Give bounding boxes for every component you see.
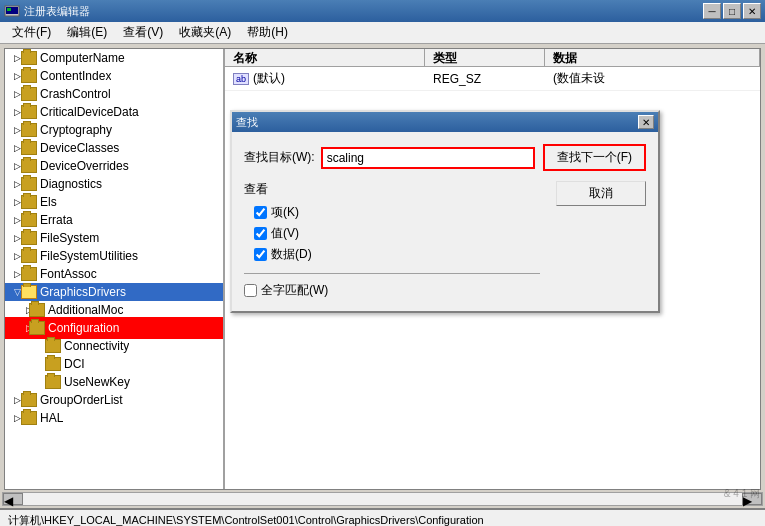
- menu-item-v[interactable]: 查看(V): [115, 22, 171, 43]
- checkbox-label-2: 数据(D): [271, 246, 312, 263]
- menu-item-a[interactable]: 收藏夹(A): [171, 22, 239, 43]
- tree-label-contentIndex: ContentIndex: [40, 69, 111, 83]
- checkbox-2[interactable]: [254, 248, 267, 261]
- search-row: 查找目标(W): 查找下一个(F): [244, 144, 646, 171]
- tree-item-errata[interactable]: ▷Errata: [5, 211, 223, 229]
- scroll-left-btn[interactable]: ◀: [3, 493, 23, 505]
- expand-icon-hal[interactable]: ▷: [5, 410, 21, 426]
- data-header: 名称 类型 数据: [225, 49, 760, 67]
- close-button[interactable]: ✕: [743, 3, 761, 19]
- folder-icon-groupOrderList: [21, 393, 37, 407]
- tree-label-groupOrderList: GroupOrderList: [40, 393, 123, 407]
- expand-icon-configuration[interactable]: ▷: [5, 320, 29, 336]
- data-cell-name-0: ab(默认): [225, 69, 425, 88]
- menu-item-f[interactable]: 文件(F): [4, 22, 59, 43]
- folder-icon-connectivity: [45, 339, 61, 353]
- checkbox-label-1: 值(V): [271, 225, 299, 242]
- horizontal-scrollbar[interactable]: ◀ ▶: [2, 492, 763, 506]
- cancel-btn-area: 取消: [548, 181, 646, 206]
- tree-item-dci[interactable]: DCI: [5, 355, 223, 373]
- tree-item-els[interactable]: ▷Els: [5, 193, 223, 211]
- col-header-data: 数据: [545, 49, 760, 66]
- tree-label-cryptography: Cryptography: [40, 123, 112, 137]
- folder-icon-additionalMoc: [29, 303, 45, 317]
- tree-item-crashControl[interactable]: ▷CrashControl: [5, 85, 223, 103]
- tree-item-fontAssoc[interactable]: ▷FontAssoc: [5, 265, 223, 283]
- find-dialog[interactable]: 查找 ✕ 查找目标(W): 查找下一个(F) 查看 项(K)值(V)数据(D) …: [230, 110, 660, 313]
- expand-icon-computerName[interactable]: ▷: [5, 50, 21, 66]
- data-rows: ab(默认)REG_SZ(数值未设: [225, 67, 760, 91]
- tree-item-fileSystemUtilities[interactable]: ▷FileSystemUtilities: [5, 247, 223, 265]
- tree-item-cryptography[interactable]: ▷Cryptography: [5, 121, 223, 139]
- expand-icon-groupOrderList[interactable]: ▷: [5, 392, 21, 408]
- expand-icon-criticalDeviceData[interactable]: ▷: [5, 104, 21, 120]
- expand-icon-deviceClasses[interactable]: ▷: [5, 140, 21, 156]
- tree-label-connectivity: Connectivity: [64, 339, 129, 353]
- svg-rect-2: [7, 8, 11, 11]
- tree-item-fileSystem[interactable]: ▷FileSystem: [5, 229, 223, 247]
- tree-item-graphicsDrivers[interactable]: ▽GraphicsDrivers: [5, 283, 223, 301]
- expand-icon-cryptography[interactable]: ▷: [5, 122, 21, 138]
- menu-item-e[interactable]: 编辑(E): [59, 22, 115, 43]
- folder-icon-cryptography: [21, 123, 37, 137]
- folder-icon-deviceOverrides: [21, 159, 37, 173]
- cancel-button[interactable]: 取消: [556, 181, 646, 206]
- folder-icon-els: [21, 195, 37, 209]
- tree-item-deviceClasses[interactable]: ▷DeviceClasses: [5, 139, 223, 157]
- tree-item-criticalDeviceData[interactable]: ▷CriticalDeviceData: [5, 103, 223, 121]
- checkbox-1[interactable]: [254, 227, 267, 240]
- minimize-button[interactable]: ─: [703, 3, 721, 19]
- expand-icon-fileSystem[interactable]: ▷: [5, 230, 21, 246]
- tree-scroll-area[interactable]: ▷ComputerName▷ContentIndex▷CrashControl▷…: [5, 49, 223, 489]
- expand-icon-graphicsDrivers[interactable]: ▽: [5, 284, 21, 300]
- tree-label-dci: DCI: [64, 357, 85, 371]
- full-match-checkbox[interactable]: [244, 284, 257, 297]
- expand-icon-diagnostics[interactable]: ▷: [5, 176, 21, 192]
- tree-label-additionalMoc: AdditionalMoc: [48, 303, 123, 317]
- expand-icon-deviceOverrides[interactable]: ▷: [5, 158, 21, 174]
- expand-icon-fontAssoc[interactable]: ▷: [5, 266, 21, 282]
- maximize-button[interactable]: □: [723, 3, 741, 19]
- full-match-label: 全字匹配(W): [261, 282, 328, 299]
- col-header-name: 名称: [225, 49, 425, 66]
- folder-icon-hal: [21, 411, 37, 425]
- tree-label-configuration: Configuration: [48, 321, 119, 335]
- data-row-0[interactable]: ab(默认)REG_SZ(数值未设: [225, 67, 760, 91]
- registry-tree: ▷ComputerName▷ContentIndex▷CrashControl▷…: [5, 49, 225, 489]
- checkbox-row-2: 数据(D): [254, 246, 540, 263]
- expand-icon-additionalMoc[interactable]: ▷: [5, 302, 29, 318]
- tree-item-additionalMoc[interactable]: ▷AdditionalMoc: [5, 301, 223, 319]
- search-label: 查找目标(W):: [244, 149, 315, 166]
- tree-item-configuration[interactable]: ▷Configuration: [5, 319, 223, 337]
- tree-item-deviceOverrides[interactable]: ▷DeviceOverrides: [5, 157, 223, 175]
- find-next-button[interactable]: 查找下一个(F): [543, 144, 646, 171]
- look-in-label: 查看: [244, 181, 540, 198]
- tree-item-useNewKey[interactable]: UseNewKey: [5, 373, 223, 391]
- dialog-title-bar: 查找 ✕: [232, 112, 658, 132]
- tree-item-diagnostics[interactable]: ▷Diagnostics: [5, 175, 223, 193]
- tree-item-groupOrderList[interactable]: ▷GroupOrderList: [5, 391, 223, 409]
- tree-item-computerName[interactable]: ▷ComputerName: [5, 49, 223, 67]
- tree-item-contentIndex[interactable]: ▷ContentIndex: [5, 67, 223, 85]
- checkbox-0[interactable]: [254, 206, 267, 219]
- tree-item-connectivity[interactable]: Connectivity: [5, 337, 223, 355]
- expand-icon-crashControl[interactable]: ▷: [5, 86, 21, 102]
- search-input[interactable]: [321, 147, 535, 169]
- expand-icon-errata[interactable]: ▷: [5, 212, 21, 228]
- folder-icon-fileSystemUtilities: [21, 249, 37, 263]
- folder-icon-dci: [45, 357, 61, 371]
- expand-icon-useNewKey[interactable]: [5, 374, 45, 390]
- expand-icon-dci[interactable]: [5, 356, 45, 372]
- expand-icon-connectivity[interactable]: [5, 338, 45, 354]
- expand-icon-fileSystemUtilities[interactable]: ▷: [5, 248, 21, 264]
- tree-label-deviceOverrides: DeviceOverrides: [40, 159, 129, 173]
- dialog-close-button[interactable]: ✕: [638, 115, 654, 129]
- scroll-track: [23, 493, 742, 505]
- expand-icon-els[interactable]: ▷: [5, 194, 21, 210]
- status-bar: 计算机\HKEY_LOCAL_MACHINE\SYSTEM\ControlSet…: [0, 508, 765, 526]
- folder-icon-useNewKey: [45, 375, 61, 389]
- tree-item-hal[interactable]: ▷HAL: [5, 409, 223, 427]
- menu-item-h[interactable]: 帮助(H): [239, 22, 296, 43]
- expand-icon-contentIndex[interactable]: ▷: [5, 68, 21, 84]
- folder-icon-fileSystem: [21, 231, 37, 245]
